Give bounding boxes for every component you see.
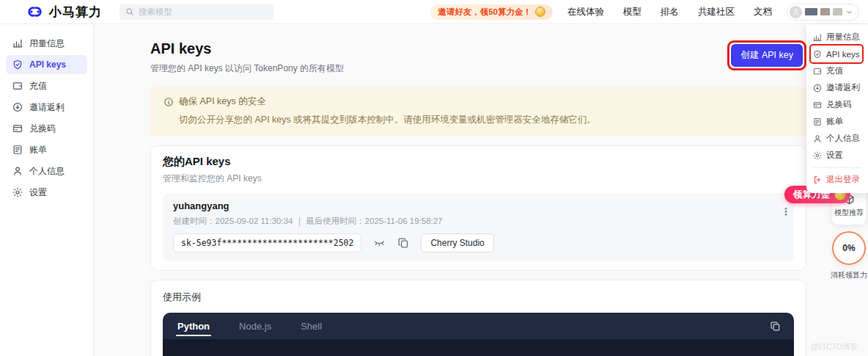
main-content: API keys 管理您的 API keys 以访问 TokenPony 的所有… bbox=[94, 24, 868, 356]
promo-text: 邀请好友，领50算力金！ bbox=[438, 7, 532, 18]
chevron-down-icon bbox=[845, 8, 853, 16]
keys-section-subtitle: 管理和监控您的 API keys bbox=[163, 172, 794, 185]
bill-icon bbox=[12, 145, 23, 155]
create-api-key-button[interactable]: 创建 API key bbox=[731, 44, 803, 67]
avatar bbox=[790, 6, 802, 18]
sidebar-item-profile[interactable]: 个人信息 bbox=[6, 161, 87, 181]
coin-icon bbox=[535, 7, 545, 17]
page-head-text: API keys 管理您的 API keys 以访问 TokenPony 的所有… bbox=[150, 40, 344, 75]
logout-icon bbox=[813, 175, 822, 184]
invite-promo-badge[interactable]: 邀请好友，领50算力金！ bbox=[430, 4, 553, 20]
compute-progress-circle[interactable]: 0% bbox=[832, 231, 866, 265]
top-nav: 在线体验 模型 排名 共建社区 文档 bbox=[567, 6, 772, 18]
menu-item-redeem-code[interactable]: 兑换码 bbox=[813, 96, 861, 113]
menu-item-logout[interactable]: 退出登录 bbox=[813, 171, 861, 188]
api-key-meta: 创建时间：2025-09-02 11:30:34 ｜ 最后使用时间：2025-1… bbox=[173, 216, 784, 227]
bar-chart-icon bbox=[813, 33, 822, 42]
menu-item-profile[interactable]: 个人信息 bbox=[813, 130, 861, 147]
cherry-studio-button[interactable]: Cherry Studio bbox=[421, 233, 493, 253]
tab-python[interactable]: Python bbox=[176, 313, 211, 339]
copy-icon bbox=[397, 237, 409, 249]
progress-label: 消耗领算力 bbox=[831, 270, 867, 280]
logo-icon bbox=[26, 6, 43, 18]
annotation-box-create-button: 创建 API key bbox=[727, 40, 806, 70]
nav-item-ranking[interactable]: 排名 bbox=[661, 6, 679, 18]
nav-item-docs[interactable]: 文档 bbox=[754, 6, 772, 18]
api-keys-card: 您的API keys 管理和监控您的 API keys yuhangyang 创… bbox=[150, 145, 806, 271]
sidebar-item-redeem-code[interactable]: 兑换码 bbox=[6, 119, 87, 138]
sidebar-item-settings[interactable]: 设置 bbox=[6, 183, 87, 202]
user-dropdown-menu: 用量信息 API keys 充值 邀请返利 兑换码 账单 个人信息 设置 退出登… bbox=[806, 24, 868, 193]
nav-item-models[interactable]: 模型 bbox=[623, 6, 641, 18]
tab-nodejs[interactable]: Node.js bbox=[238, 313, 273, 339]
page-title: API keys bbox=[150, 40, 344, 57]
watermark: @51CTO博客 bbox=[810, 342, 858, 352]
code-block: Python Node.js Shell 1# Please install O… bbox=[163, 313, 794, 356]
page-subtitle: 管理您的 API keys 以访问 TokenPony 的所有模型 bbox=[150, 62, 344, 75]
menu-divider bbox=[813, 167, 861, 168]
logo[interactable]: 小马算力 bbox=[26, 4, 102, 21]
api-key-row: yuhangyang 创建时间：2025-09-02 11:30:34 ｜ 最后… bbox=[163, 193, 794, 261]
api-key-name: yuhangyang bbox=[173, 200, 784, 211]
sidebar-item-api-keys[interactable]: API keys bbox=[6, 55, 87, 74]
invite-circle-icon bbox=[12, 102, 23, 112]
code-tabbar: Python Node.js Shell bbox=[163, 313, 794, 339]
shield-check-icon bbox=[12, 59, 23, 70]
tab-shell[interactable]: Shell bbox=[299, 313, 323, 339]
copy-code-button[interactable] bbox=[770, 321, 781, 332]
username-redacted bbox=[805, 8, 817, 15]
usage-title: 使用示例 bbox=[163, 291, 794, 304]
code-body: 1# Please install OpenAI SDK first: `pip… bbox=[163, 339, 794, 356]
menu-item-recharge[interactable]: 充值 bbox=[813, 62, 861, 79]
gear-icon bbox=[813, 151, 822, 160]
menu-item-bills[interactable]: 账单 bbox=[813, 113, 861, 130]
sidebar-item-bills[interactable]: 账单 bbox=[6, 140, 87, 159]
bill-icon bbox=[813, 117, 822, 126]
sidebar: 用量信息 API keys 充值 邀请返利 兑换码 账单 个人信息 设置 bbox=[0, 24, 94, 356]
security-warning-banner: 确保 API keys 的安全 切勿公开分享您的 API keys 或将其提交到… bbox=[150, 87, 806, 137]
person-icon bbox=[12, 166, 23, 176]
top-header: 小马算力 邀请好友，领50算力金！ 在线体验 模型 排名 共建社区 文档 bbox=[0, 0, 868, 24]
person-icon bbox=[813, 134, 822, 143]
menu-item-referral[interactable]: 邀请返利 bbox=[813, 79, 861, 96]
bar-chart-icon bbox=[12, 38, 23, 48]
redeem-card-icon bbox=[12, 123, 23, 134]
copy-key-button[interactable] bbox=[397, 237, 409, 249]
sidebar-item-recharge[interactable]: 充值 bbox=[6, 76, 87, 95]
warning-title: 确保 API keys 的安全 bbox=[179, 95, 266, 108]
nav-item-playground[interactable]: 在线体验 bbox=[567, 6, 604, 18]
shield-check-icon bbox=[813, 50, 822, 59]
user-menu-trigger[interactable] bbox=[787, 4, 859, 21]
model-search[interactable] bbox=[119, 4, 273, 20]
progress-value: 0% bbox=[842, 243, 855, 253]
menu-item-settings[interactable]: 设置 bbox=[813, 147, 861, 164]
eye-off-icon bbox=[373, 237, 386, 249]
warning-body: 切勿公开分享您的 API keys 或将其提交到版本控制中。请使用环境变量或机密… bbox=[179, 114, 793, 126]
wallet-icon bbox=[12, 81, 23, 91]
search-icon bbox=[125, 7, 134, 16]
search-input[interactable] bbox=[139, 7, 268, 16]
info-icon bbox=[163, 97, 174, 107]
sidebar-item-usage[interactable]: 用量信息 bbox=[6, 34, 87, 53]
key-actions-menu-button[interactable]: ⋮ bbox=[781, 209, 791, 214]
logo-text: 小马算力 bbox=[49, 4, 102, 21]
usage-example-card: 使用示例 Python Node.js Shell 1# Please inst… bbox=[150, 280, 806, 356]
reveal-key-button[interactable] bbox=[373, 237, 386, 249]
nav-item-community[interactable]: 共建社区 bbox=[698, 6, 735, 18]
wallet-icon bbox=[813, 67, 822, 76]
gear-icon bbox=[12, 187, 23, 197]
masked-key-value: sk-5e93f**********************2502 bbox=[173, 233, 361, 253]
page-head: API keys 管理您的 API keys 以访问 TokenPony 的所有… bbox=[150, 40, 806, 75]
menu-item-usage[interactable]: 用量信息 bbox=[813, 29, 861, 46]
sidebar-item-referral[interactable]: 邀请返利 bbox=[6, 98, 87, 117]
menu-item-api-keys[interactable]: API keys bbox=[813, 46, 861, 62]
keys-section-title: 您的API keys bbox=[163, 155, 794, 169]
invite-circle-icon bbox=[813, 84, 822, 92]
redeem-card-icon bbox=[813, 101, 822, 109]
